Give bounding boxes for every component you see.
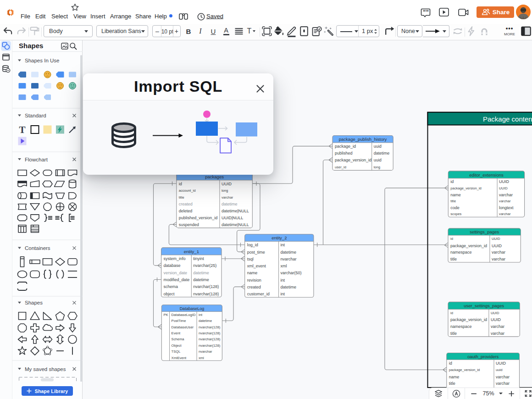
svg-text:modified_date: modified_date [164, 277, 190, 282]
svg-text:varchar: varchar [492, 250, 505, 255]
svg-text:datetime|NULL: datetime|NULL [222, 209, 249, 213]
svg-text:id: id [179, 182, 182, 186]
svg-text:””: ”” [423, 9, 429, 16]
svg-text:UUID: UUID [499, 179, 509, 184]
svg-text:nvarchar(128): nvarchar(128) [193, 292, 219, 296]
svg-text:title: title [450, 331, 457, 336]
svg-text:revision: revision [247, 278, 261, 283]
svg-text:title: title [450, 199, 456, 203]
svg-text:Shapes In Use: Shapes In Use [25, 58, 59, 63]
svg-text:UUID: UUID [492, 237, 500, 241]
svg-text:log_id: log_id [247, 243, 258, 247]
svg-text:XmlEvent: XmlEvent [172, 356, 187, 360]
svg-text:post_time: post_time [247, 250, 265, 255]
svg-text:varchar: varchar [499, 199, 511, 203]
svg-text:package_publish_history: package_publish_history [339, 137, 387, 142]
svg-text:varchar(50): varchar(50) [281, 271, 302, 275]
svg-text:longtext: longtext [499, 205, 514, 210]
svg-text:int: int [281, 292, 285, 296]
svg-text:packages: packages [205, 174, 224, 179]
svg-text:datetime: datetime [199, 319, 212, 323]
svg-text:DatabaseLog: DatabaseLog [180, 306, 205, 311]
svg-text:int: int [281, 243, 285, 247]
svg-text:title: title [449, 381, 455, 386]
svg-text:My saved shapes: My saved shapes [25, 366, 66, 372]
svg-text:varchar: varchar [491, 331, 504, 336]
svg-text:T: T [19, 124, 25, 135]
svg-text:system_info: system_info [164, 256, 186, 261]
svg-text:id: id [450, 311, 453, 315]
svg-text:code: code [450, 205, 460, 210]
svg-text:UUID|NULL: UUID|NULL [222, 216, 243, 220]
svg-text:Flowchart: Flowchart [25, 157, 48, 162]
svg-text:nvarchar: nvarchar [199, 349, 212, 354]
svg-text:int: int [281, 278, 285, 283]
svg-text:tinyint: tinyint [193, 256, 204, 261]
svg-text:xml: xml [199, 356, 204, 360]
svg-text:datetime: datetime [281, 285, 297, 289]
svg-text:datetime: datetime [281, 250, 297, 255]
svg-text:id: id [450, 237, 453, 241]
svg-text:database: database [164, 263, 181, 268]
svg-text:UUID: UUID [222, 182, 232, 186]
svg-text:varchar: varchar [222, 195, 233, 200]
svg-text:nvarchar(128): nvarchar(128) [193, 284, 219, 289]
svg-text:nvarchar(128): nvarchar(128) [199, 325, 221, 329]
svg-text:uuid: uuid [496, 368, 502, 372]
svg-text:Object: Object [172, 344, 182, 348]
svg-text:editor_extensions: editor_extensions [469, 172, 504, 177]
svg-text:int: int [199, 313, 203, 317]
svg-text:xml: xml [281, 264, 287, 268]
svg-text:UUID: UUID [496, 361, 506, 366]
svg-text:UUID: UUID [499, 186, 508, 190]
svg-text:nvarchar(128): nvarchar(128) [199, 331, 221, 335]
svg-text:PostTime: PostTime [172, 319, 186, 323]
svg-text:long: long [222, 188, 228, 193]
svg-text:name: name [450, 193, 461, 197]
svg-text:version_date: version_date [164, 271, 188, 275]
svg-text:schema: schema [164, 284, 178, 289]
svg-text:package_id: package_id [335, 144, 356, 149]
svg-text:Schema: Schema [172, 337, 185, 341]
svg-text:customer_id: customer_id [247, 292, 270, 296]
svg-text:varchar: varchar [496, 375, 510, 379]
svg-text:xml_event: xml_event [247, 264, 266, 268]
svg-text:user_settings_pages: user_settings_pages [464, 303, 504, 308]
svg-text:nvarchar(25): nvarchar(25) [193, 263, 216, 268]
svg-text:uuid: uuid [374, 144, 382, 149]
svg-text:namespace: namespace [450, 324, 472, 329]
svg-text:created: created [179, 202, 193, 206]
svg-text:name: name [449, 375, 460, 379]
svg-text:suspended: suspended [179, 222, 199, 227]
svg-text:oauth_providers: oauth_providers [467, 354, 499, 359]
svg-text:varchar: varchar [499, 212, 511, 216]
svg-text:datetime: datetime [374, 151, 390, 155]
svg-text:DatabaseLogID: DatabaseLogID [172, 313, 196, 317]
svg-text:UUID: UUID [491, 311, 499, 315]
svg-text:varchar: varchar [499, 193, 513, 197]
svg-text:created: created [247, 285, 261, 289]
svg-text:id: id [449, 361, 452, 366]
svg-text:account_id: account_id [179, 188, 196, 193]
svg-text:id: id [450, 179, 454, 184]
svg-text:datetime|NULL: datetime|NULL [222, 222, 249, 227]
svg-text:package_version_id: package_version_id [450, 317, 487, 322]
svg-text:UUID: UUID [492, 244, 502, 248]
svg-text:title: title [450, 257, 457, 261]
svg-text:nvarchar: nvarchar [281, 257, 297, 261]
svg-text:datetime: datetime [193, 277, 209, 282]
svg-text:settings_pages: settings_pages [470, 229, 499, 234]
svg-text:deleted: deleted [179, 209, 193, 213]
svg-text:varchar: varchar [496, 381, 510, 386]
svg-text:TSQL: TSQL [172, 349, 181, 354]
svg-text:datetime: datetime [222, 202, 238, 206]
svg-text:Standard: Standard [25, 113, 46, 118]
svg-text:package_version_id: package_version_id [450, 186, 482, 190]
svg-text:scopes: scopes [450, 212, 461, 216]
svg-text:entity_2: entity_2 [272, 235, 287, 240]
svg-text:DatabaseUser: DatabaseUser [172, 325, 194, 329]
svg-text:package_version_id: package_version_id [450, 244, 487, 248]
svg-text:package_version_id: package_version_id [335, 158, 371, 162]
svg-text:user_id: user_id [335, 165, 346, 169]
svg-text:Containers: Containers [25, 245, 50, 251]
